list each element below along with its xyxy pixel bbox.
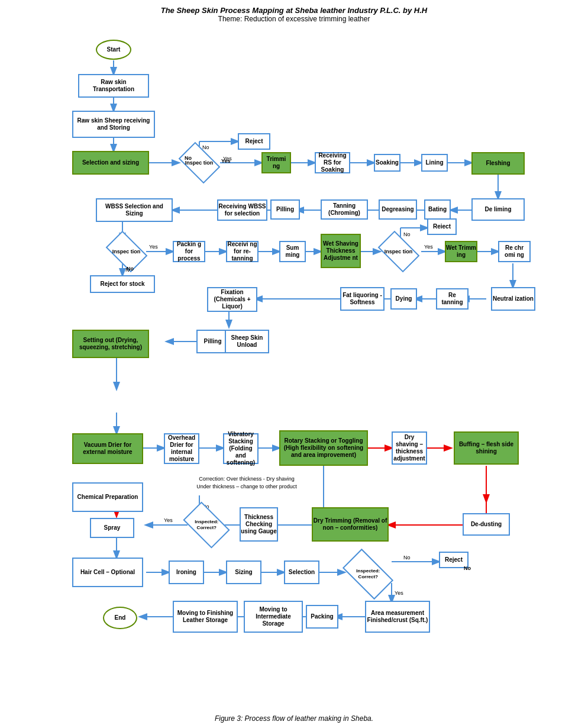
inspection3-node: Inspec tion — [378, 231, 420, 273]
fat-liquoring-node: Fat liquoring - Softness — [340, 287, 385, 311]
receiving-rs-node: Receiving RS for Soaking — [315, 152, 350, 173]
wbss-selection-node: WBSS Selection and Sizing — [96, 198, 173, 222]
pilling2-node: Pilling — [196, 330, 229, 353]
sub-title: Theme: Reduction of excessive trimming l… — [12, 15, 576, 23]
inspection1-node: Inspec tion — [179, 142, 221, 184]
svg-text:Yes: Yes — [395, 590, 403, 596]
retanning-node: Re tanning — [436, 288, 469, 310]
start-node: Start — [96, 40, 131, 60]
yes-label-1: Yes — [221, 158, 231, 164]
svg-text:Yes: Yes — [424, 244, 433, 250]
moving-finishing-node: Moving to Finishing Leather Storage — [173, 601, 238, 633]
no-label-2: No — [127, 266, 134, 272]
packing-node: Packin g for process — [173, 241, 205, 262]
diagram: No Yes — [13, 28, 575, 708]
rechroming-node: Re chr omi ng — [498, 241, 531, 262]
wet-trimming-node: Wet Trimm ing — [445, 241, 477, 262]
hair-cell-node: Hair Cell – Optional — [72, 558, 143, 587]
neutralization-node: Neutral ization — [491, 287, 535, 311]
overhead-drier-node: Overhead Drier for internal moisture — [164, 433, 199, 464]
svg-text:Yes: Yes — [164, 517, 173, 523]
degreasing-node: Degreasing — [379, 199, 417, 220]
area-measurement-node: Area measurement Finished/crust (Sq.ft.) — [365, 601, 430, 633]
inspection5-node: Inspected: Correct? — [343, 549, 393, 600]
end-node: End — [103, 607, 137, 629]
sizing-node: Sizing — [226, 561, 261, 584]
figure-caption: Figure 3: Process flow of leather making… — [12, 714, 576, 723]
svg-text:Yes: Yes — [149, 244, 158, 250]
reject-stock-node: Reject for stock — [90, 275, 155, 293]
summing-node: Sum ming — [279, 241, 306, 262]
reject1-node: Reject — [238, 133, 270, 150]
reject2-node: Reiect — [427, 218, 457, 235]
deliming-node: De liming — [471, 198, 525, 221]
wet-shaving-node: Wet Shaving Thickness Adjustme nt — [321, 234, 361, 268]
moving-intermediate-node: Moving to Intermediate Storage — [244, 601, 303, 633]
soaking-node: Soaking — [374, 154, 400, 172]
title-area: The Sheep Skin Process Mapping at Sheba … — [12, 6, 576, 23]
chemical-prep-node: Chemical Preparation — [72, 482, 143, 512]
bating-node: Bating — [424, 199, 451, 220]
inspection4-node: Inspected: Correct? — [183, 501, 230, 548]
tanning-node: Tanning (Chroming) — [321, 199, 368, 220]
dedusting-node: De-dusting — [463, 513, 510, 536]
fleshing-node: Fleshing — [471, 152, 525, 175]
ironing-node: Ironing — [169, 561, 204, 584]
vibratory-node: Vibratory Stacking (Folding and softenin… — [223, 433, 259, 464]
selection2-node: Selection — [284, 561, 319, 584]
main-title: The Sheep Skin Process Mapping at Sheba … — [12, 6, 576, 15]
dying-node: Dying — [390, 288, 417, 310]
fixation-node: Fixation (Chemicals + Liquor) — [207, 287, 257, 312]
svg-text:No: No — [403, 555, 411, 561]
svg-text:No: No — [403, 231, 411, 237]
buffing-node: Buffing – flesh side shining — [454, 431, 519, 465]
lining-node: Lining — [421, 154, 448, 172]
receiving-retanning-node: Receivi ng for re-tanning — [226, 241, 259, 262]
setting-out-node: Setting out (Drying, squeezing, stretchi… — [72, 330, 149, 358]
packing2-node: Packing — [306, 605, 338, 629]
vacuum-drier-node: Vacuum Drier for external moisture — [72, 433, 143, 464]
selection-sizing-node: Selection and sizing — [72, 151, 149, 175]
thickness-check-node: Thickness Checking using Gauge — [240, 507, 278, 542]
no-label-5: No — [464, 565, 471, 571]
receiving-wbss-node: Receiving WBSS for selection — [217, 199, 267, 221]
page: The Sheep Skin Process Mapping at Sheba … — [0, 0, 588, 728]
pilling1-node: Pilling — [270, 199, 300, 220]
trimming-node: Trimmi ng — [261, 152, 291, 173]
rotary-node: Rotary Stacking or Toggling (High flexib… — [279, 430, 368, 466]
dry-trimming-node: Dry Trimming (Removal of non – conformit… — [312, 507, 389, 542]
sheep-unload-node: Sheep Skin Unload — [225, 330, 269, 353]
raw-receive-node: Raw skin Sheep receiving and Storing — [72, 111, 155, 138]
correction-text: Correction: Over thickness - Dry shaving… — [173, 475, 321, 490]
dry-shaving-node: Dry shaving – thickness adjustment — [392, 431, 427, 465]
raw-transport-node: Raw skin Transportation — [78, 74, 149, 98]
spray-node: Spray — [90, 518, 134, 538]
no-label-1: No — [185, 155, 192, 161]
